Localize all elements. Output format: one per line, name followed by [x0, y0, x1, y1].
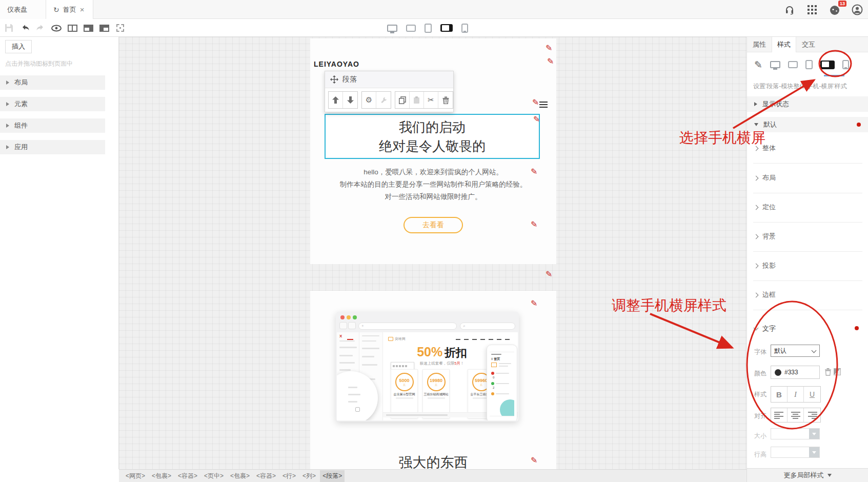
- edit-pencil-icon[interactable]: ✎: [531, 220, 537, 229]
- size-dropdown-button[interactable]: [809, 429, 819, 439]
- custom-pencil-icon[interactable]: ✎: [754, 59, 762, 71]
- font-size-input[interactable]: [771, 428, 820, 439]
- copy-icon[interactable]: [395, 92, 410, 108]
- style-row-background[interactable]: 背景: [754, 232, 776, 241]
- settings-gear-icon[interactable]: ⚙: [362, 92, 376, 108]
- font-select[interactable]: 默认: [771, 345, 820, 357]
- edit-pencil-icon[interactable]: ✎: [546, 44, 552, 52]
- align-left-button[interactable]: [771, 408, 788, 422]
- active-device-underline: [824, 75, 844, 76]
- breadcrumb-item[interactable]: <容器>: [254, 470, 278, 482]
- paragraph-line: 对一些活动和网站做限时推广。: [310, 191, 556, 203]
- breadcrumb-item[interactable]: <网页>: [123, 470, 148, 482]
- preview-eye-icon[interactable]: [51, 23, 62, 34]
- redo-icon[interactable]: [35, 23, 46, 34]
- selected-paragraph-block[interactable]: 我们的启动 绝对是令人敬畏的: [325, 114, 540, 159]
- underline-button[interactable]: U: [804, 387, 820, 402]
- undo-icon[interactable]: [19, 23, 30, 34]
- edit-pencil-icon[interactable]: ✎: [531, 456, 537, 465]
- align-buttons: [771, 408, 821, 423]
- layout-split-icon[interactable]: [67, 23, 78, 34]
- align-right-button[interactable]: [804, 408, 820, 422]
- edit-pencil-icon[interactable]: ✎: [531, 168, 537, 176]
- style-row-position[interactable]: 定位: [754, 203, 776, 212]
- breadcrumb-item[interactable]: <包裹>: [149, 470, 174, 482]
- breadcrumb-item[interactable]: <包裹>: [228, 470, 252, 482]
- tools-wrench-icon[interactable]: [376, 92, 391, 108]
- device-phone-landscape-icon-active[interactable]: [440, 24, 453, 32]
- style-row-text-expanded[interactable]: 文字: [754, 324, 776, 333]
- delete-trash-icon[interactable]: [438, 92, 453, 108]
- hero-heading-line2: 绝对是令人敬畏的: [326, 137, 539, 156]
- hero-paragraph[interactable]: hello，爱喂八呆，欢迎来到雷疯的个人网站。 制作本站的目的主要是分享一些网站…: [310, 166, 556, 203]
- edit-pencil-icon[interactable]: ✎: [547, 57, 554, 66]
- style-device-phone-portrait-icon[interactable]: [842, 60, 849, 69]
- marquee-select-icon[interactable]: [114, 23, 126, 34]
- design-canvas[interactable]: LEIYAOYAO 段落 ⚙: [119, 37, 746, 469]
- apps-grid-icon[interactable]: [806, 4, 818, 15]
- breadcrumb-item-current[interactable]: <段落>: [320, 470, 345, 482]
- more-styles-button[interactable]: 更多局部样式: [746, 468, 868, 482]
- device-phone-portrait-icon[interactable]: [461, 24, 468, 33]
- module-toolbar-header[interactable]: 段落: [325, 71, 453, 88]
- user-avatar-icon[interactable]: [852, 4, 863, 15]
- sidebar-section-components[interactable]: 组件: [0, 118, 105, 133]
- edit-pencil-icon[interactable]: ✎: [531, 299, 537, 308]
- tab-interaction[interactable]: 交互: [796, 37, 821, 52]
- sidebar-section-elements[interactable]: 元素: [0, 97, 105, 111]
- align-center-button[interactable]: [788, 408, 804, 422]
- tab-home[interactable]: ↻ 首页 ×: [46, 0, 93, 19]
- tab-dashboard[interactable]: 仪表盘: [0, 0, 46, 19]
- style-device-tablet-landscape-icon[interactable]: [788, 61, 798, 68]
- section2-heading[interactable]: 强大的东西: [310, 453, 556, 469]
- gradient-toggle-icon[interactable]: [834, 368, 841, 375]
- device-desktop-icon[interactable]: [387, 25, 397, 32]
- layout-header-right-icon[interactable]: [98, 23, 110, 34]
- device-tablet-landscape-icon[interactable]: [406, 25, 416, 32]
- move-down-button[interactable]: [343, 92, 357, 108]
- layout-header-left-icon[interactable]: [83, 23, 94, 34]
- menu-handle-icon[interactable]: [539, 102, 548, 109]
- sidebar-section-layout[interactable]: 布局: [0, 75, 105, 90]
- refresh-icon[interactable]: ↻: [53, 6, 59, 14]
- clear-color-trash-icon[interactable]: [824, 368, 832, 377]
- cta-button[interactable]: 去看看: [403, 217, 463, 233]
- style-device-desktop-icon[interactable]: [770, 61, 780, 68]
- style-row-layout[interactable]: 布局: [754, 173, 776, 183]
- site-logo-text[interactable]: LEIYAOYAO: [314, 60, 359, 68]
- style-panel: 属性 样式 交互 ✎ 设置'段落-模块整体'手机-横屏'样式 显示状态 默认 整…: [746, 37, 868, 468]
- paste-icon[interactable]: [410, 92, 424, 108]
- section-display-state[interactable]: 显示状态: [747, 96, 868, 112]
- move-up-button[interactable]: [329, 92, 343, 108]
- device-tablet-portrait-icon[interactable]: [425, 24, 432, 33]
- drag-hint: 点击并拖动图标到页面中: [5, 59, 73, 68]
- lineheight-dropdown-button[interactable]: [809, 447, 819, 457]
- support-headset-icon[interactable]: [784, 4, 795, 15]
- hero-heading-line1: 我们的启动: [326, 118, 539, 137]
- breadcrumb-item[interactable]: <列>: [300, 470, 318, 482]
- style-device-tablet-portrait-icon[interactable]: [805, 60, 813, 69]
- breadcrumb-item[interactable]: <容器>: [175, 470, 200, 482]
- style-row-shadow[interactable]: 投影: [754, 261, 776, 270]
- close-icon[interactable]: ×: [80, 5, 85, 14]
- move-icon[interactable]: [330, 75, 338, 84]
- breadcrumb-item[interactable]: <行>: [280, 470, 298, 482]
- edit-pencil-icon[interactable]: ✎: [546, 270, 552, 278]
- notifications-icon[interactable]: 13: [829, 4, 840, 15]
- line-height-input[interactable]: [771, 447, 820, 458]
- save-icon[interactable]: [3, 23, 14, 34]
- module-toolbar-buttons: ⚙ ✂: [325, 88, 453, 112]
- edit-pencil-icon[interactable]: ✎: [532, 98, 539, 107]
- tab-insert[interactable]: 插入: [5, 40, 32, 53]
- style-row-border[interactable]: 边框: [754, 290, 776, 299]
- tab-properties[interactable]: 属性: [747, 37, 772, 52]
- italic-button[interactable]: I: [788, 387, 804, 402]
- tab-style-active[interactable]: 样式: [772, 37, 796, 52]
- style-device-phone-landscape-icon-active[interactable]: [820, 61, 835, 69]
- bold-button[interactable]: B: [771, 387, 788, 402]
- edit-pencil-icon[interactable]: ✎: [533, 115, 540, 124]
- cut-scissors-icon[interactable]: ✂: [424, 92, 438, 108]
- sidebar-section-apps[interactable]: 应用: [0, 140, 105, 154]
- color-swatch-field[interactable]: #333: [771, 366, 820, 379]
- breadcrumb-item[interactable]: <页中>: [201, 470, 226, 482]
